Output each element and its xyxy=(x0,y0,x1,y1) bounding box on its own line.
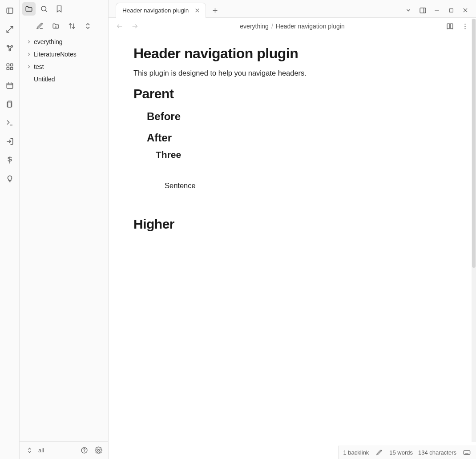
svg-rect-45 xyxy=(464,451,470,455)
svg-rect-10 xyxy=(7,68,9,70)
svg-line-5 xyxy=(8,47,9,49)
window-minimize-icon[interactable] xyxy=(430,4,444,16)
breadcrumb-sep: / xyxy=(271,23,273,30)
chevron-right-icon xyxy=(26,64,32,70)
tab-bar: Header navigation plugin xyxy=(109,0,476,18)
editor[interactable]: Header navigation plugin This plugin is … xyxy=(109,35,476,459)
heading-2[interactable]: Before xyxy=(147,110,429,123)
tree-folder[interactable]: LiteratureNotes xyxy=(21,48,106,60)
tree-file[interactable]: Untitled xyxy=(21,73,106,85)
more-options-icon[interactable] xyxy=(459,20,471,32)
toggle-right-sidebar-icon[interactable] xyxy=(415,4,430,16)
templates-icon[interactable] xyxy=(4,98,16,110)
new-note-icon[interactable] xyxy=(35,20,45,31)
file-tree: everything LiteratureNotes test Untitled xyxy=(20,34,108,441)
quick-switcher-icon[interactable] xyxy=(4,23,16,36)
svg-rect-11 xyxy=(10,68,12,70)
sidebar-footer: all xyxy=(20,441,108,459)
svg-point-42 xyxy=(464,24,465,24)
collapse-icon[interactable] xyxy=(83,20,93,31)
svg-rect-12 xyxy=(7,83,13,89)
tab-dropdown-icon[interactable] xyxy=(401,4,415,16)
svg-point-29 xyxy=(97,449,99,451)
reading-mode-icon[interactable] xyxy=(444,20,456,32)
files-tab-icon[interactable] xyxy=(22,2,36,16)
close-tab-icon[interactable] xyxy=(193,7,201,15)
tree-label: test xyxy=(34,63,44,70)
lightbulb-icon[interactable] xyxy=(4,173,16,185)
svg-point-44 xyxy=(464,28,465,29)
vault-name: all xyxy=(38,447,44,454)
svg-line-7 xyxy=(8,46,11,47)
toggle-left-sidebar-icon[interactable] xyxy=(4,4,16,17)
svg-point-21 xyxy=(41,6,46,11)
tree-folder[interactable]: test xyxy=(21,60,106,73)
svg-rect-34 xyxy=(420,8,426,12)
canvas-icon[interactable] xyxy=(4,60,16,73)
sidebar-toolbar xyxy=(20,18,108,34)
ribbon xyxy=(0,0,20,459)
vault-switch-icon[interactable] xyxy=(24,445,35,456)
breadcrumb-folder[interactable]: everything xyxy=(240,23,269,30)
search-tab-icon[interactable] xyxy=(37,2,51,16)
tab-title: Header navigation plugin xyxy=(122,7,189,14)
view-header: everything / Header navigation plugin xyxy=(109,18,476,35)
svg-rect-0 xyxy=(7,8,13,13)
import-icon[interactable] xyxy=(4,135,16,148)
settings-icon[interactable] xyxy=(93,445,104,456)
scrollbar-thumb[interactable] xyxy=(472,19,476,268)
svg-rect-8 xyxy=(7,64,9,66)
window-maximize-icon[interactable] xyxy=(444,4,458,16)
main: Header navigation plugin xyxy=(109,0,476,459)
status-bar: 1 backlink 15 words 134 characters xyxy=(338,446,476,459)
bookmarks-tab-icon[interactable] xyxy=(52,2,66,16)
help-icon[interactable] xyxy=(79,445,89,456)
command-palette-icon[interactable] xyxy=(4,117,16,129)
status-wordcount[interactable]: 15 words xyxy=(389,449,413,456)
chevron-right-icon xyxy=(26,39,32,45)
svg-rect-37 xyxy=(449,8,453,12)
graph-icon[interactable] xyxy=(4,42,16,54)
paragraph[interactable]: This plugin is designed to help you navi… xyxy=(133,69,429,77)
tree-label: Untitled xyxy=(34,76,55,83)
svg-rect-9 xyxy=(10,64,12,66)
tab-active[interactable]: Header navigation plugin xyxy=(116,3,206,18)
svg-point-28 xyxy=(84,452,85,452)
chevron-right-icon xyxy=(26,51,32,57)
svg-line-6 xyxy=(10,47,11,49)
tree-label: everything xyxy=(34,38,63,45)
sidebar-tabs xyxy=(20,0,108,18)
keyboard-icon[interactable] xyxy=(462,448,472,458)
tree-folder[interactable]: everything xyxy=(21,36,106,48)
heading-2[interactable]: After xyxy=(147,132,429,144)
window-close-icon[interactable] xyxy=(458,4,472,16)
edit-status-icon[interactable] xyxy=(374,448,384,458)
nav-back-icon[interactable] xyxy=(114,20,125,32)
heading-1[interactable]: Parent xyxy=(133,86,429,101)
status-backlinks[interactable]: 1 backlink xyxy=(343,449,369,456)
nav-forward-icon[interactable] xyxy=(129,20,141,32)
svg-line-22 xyxy=(45,10,47,12)
paragraph[interactable]: Sentence xyxy=(165,181,429,190)
sort-icon[interactable] xyxy=(67,20,77,31)
daily-note-icon[interactable] xyxy=(4,79,16,92)
tree-label: LiteratureNotes xyxy=(34,51,77,58)
new-folder-icon[interactable] xyxy=(51,20,61,31)
heading-3[interactable]: Three xyxy=(156,149,429,160)
breadcrumb[interactable]: everything / Header navigation plugin xyxy=(240,23,344,30)
svg-point-43 xyxy=(464,26,465,27)
new-tab-icon[interactable] xyxy=(209,4,221,16)
heading-1[interactable]: Higher xyxy=(133,217,429,232)
dollar-icon[interactable] xyxy=(4,154,16,166)
status-charcount[interactable]: 134 characters xyxy=(418,449,456,456)
note-title[interactable]: Header navigation plugin xyxy=(133,45,429,62)
sidebar: everything LiteratureNotes test Untitled… xyxy=(20,0,109,459)
breadcrumb-file[interactable]: Header navigation plugin xyxy=(276,23,345,30)
